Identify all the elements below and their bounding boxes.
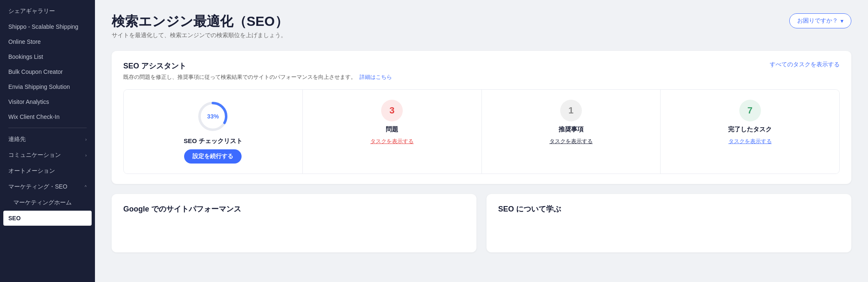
dropdown-icon: ▾ xyxy=(841,18,843,24)
sidebar-item-share-gallery[interactable]: シェアギャラリー xyxy=(0,3,95,19)
sidebar-item-bulk-coupon[interactable]: Bulk Coupon Creator xyxy=(0,64,95,79)
page-title: 検索エンジン最適化（SEO） xyxy=(112,13,288,29)
help-button-label: お困りですか？ xyxy=(797,17,838,25)
issues-badge: 3 xyxy=(381,100,403,121)
stat-card-checklist: 33% SEO チェックリスト 設定を続行する xyxy=(124,90,303,174)
sidebar-item-shippo[interactable]: Shippo - Scalable Shipping xyxy=(0,19,95,34)
sidebar-category-marketing-seo[interactable]: マーケティング・SEO ^ xyxy=(0,179,95,195)
page-subtitle: サイトを最適化して、検索エンジンでの検索順位を上げましょう。 xyxy=(112,32,288,39)
sidebar-item-bookings-list[interactable]: Bookings List xyxy=(0,49,95,64)
recommendations-tasks-link[interactable]: タスクを表示する xyxy=(549,138,593,145)
sidebar-item-online-store[interactable]: Online Store xyxy=(0,34,95,49)
checklist-label: SEO チェックリスト xyxy=(184,137,242,145)
google-performance-card: Google でのサイトパフォーマンス xyxy=(112,194,476,252)
completed-label: 完了したタスク xyxy=(728,126,772,133)
seo-assistant-header: SEO アシスタント すべてのタスクを表示する xyxy=(123,61,840,71)
seo-assistant-card: SEO アシスタント すべてのタスクを表示する 既存の問題を修正し、推奨事項に従… xyxy=(112,51,851,184)
completed-badge: 7 xyxy=(739,100,761,121)
completed-tasks-link[interactable]: タスクを表示する xyxy=(728,138,772,145)
bottom-row: Google でのサイトパフォーマンス SEO について学ぶ xyxy=(112,194,851,252)
sidebar: シェアギャラリー Shippo - Scalable Shipping Onli… xyxy=(0,0,95,282)
sidebar-item-visitor-analytics[interactable]: Visitor Analytics xyxy=(0,94,95,109)
seo-assistant-desc: 既存の問題を修正し、推奨事項に従って検索結果でのサイトのパフォーマンスを向上させ… xyxy=(123,73,840,81)
chevron-right-icon: › xyxy=(85,137,87,142)
seo-assistant-title: SEO アシスタント xyxy=(123,61,186,71)
chevron-up-icon: ^ xyxy=(85,185,87,189)
sidebar-sub-item-marketing-home[interactable]: マーケティングホーム xyxy=(0,195,95,211)
continue-setup-button[interactable]: 設定を続行する xyxy=(184,149,242,164)
google-performance-title: Google でのサイトパフォーマンス xyxy=(123,205,241,213)
sidebar-item-wix-client[interactable]: Wix Client Check-In xyxy=(0,109,95,124)
sidebar-item-envia[interactable]: Envia Shipping Solution xyxy=(0,79,95,94)
recommendations-label: 推奨事項 xyxy=(559,126,584,133)
seo-learn-title: SEO について学ぶ xyxy=(498,205,561,213)
issues-tasks-link[interactable]: タスクを表示する xyxy=(370,138,414,145)
sidebar-category-automation[interactable]: オートメーション xyxy=(0,163,95,179)
chevron-right-icon: › xyxy=(85,153,87,158)
stat-card-recommendations: 1 推奨事項 タスクを表示する xyxy=(482,90,661,174)
sidebar-category-communication[interactable]: コミュニケーション › xyxy=(0,147,95,163)
help-button[interactable]: お困りですか？ ▾ xyxy=(789,13,851,28)
sidebar-sub-item-seo[interactable]: SEO xyxy=(3,211,92,226)
issues-label: 問題 xyxy=(386,126,398,133)
sidebar-category-contacts[interactable]: 連絡先 › xyxy=(0,131,95,147)
progress-circle: 33% xyxy=(196,100,229,133)
progress-percent: 33% xyxy=(207,113,219,120)
page-title-area: 検索エンジン最適化（SEO） サイトを最適化して、検索エンジンでの検索順位を上げ… xyxy=(112,13,288,39)
show-all-tasks-link[interactable]: すべてのタスクを表示する xyxy=(770,61,840,68)
stats-row: 33% SEO チェックリスト 設定を続行する 3 問題 タスクを表示する 1 … xyxy=(123,89,840,174)
page-header: 検索エンジン最適化（SEO） サイトを最適化して、検索エンジンでの検索順位を上げ… xyxy=(112,13,851,39)
sidebar-divider-1 xyxy=(8,128,87,128)
stat-card-issues: 3 問題 タスクを表示する xyxy=(303,90,482,174)
seo-learn-card: SEO について学ぶ xyxy=(486,194,851,252)
stat-card-completed: 7 完了したタスク タスクを表示する xyxy=(661,90,839,174)
main-content: 検索エンジン最適化（SEO） サイトを最適化して、検索エンジンでの検索順位を上げ… xyxy=(95,0,868,282)
detail-link[interactable]: 詳細はこちら xyxy=(359,74,392,80)
recommendations-badge: 1 xyxy=(560,100,582,121)
